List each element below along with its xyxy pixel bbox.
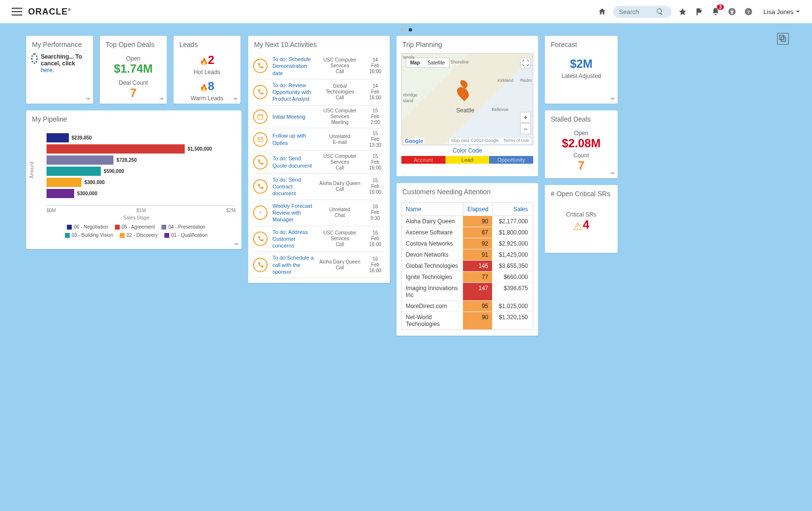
activity-row: To do:Schedule a call with the sponsorAl… — [253, 252, 385, 278]
activity-date: 16Feb16:00 — [366, 230, 385, 248]
page-dot[interactable] — [409, 28, 412, 31]
flag-icon[interactable] — [694, 6, 704, 17]
search-field[interactable] — [613, 6, 671, 18]
activity-meta: Global TechnologiesCall — [319, 83, 361, 101]
table-row[interactable]: Aloha Dairy Queen90$2,177,000 — [402, 216, 533, 227]
deal-count: 7 — [130, 86, 136, 100]
table-row[interactable]: Ignite Technolgies77$660,000 — [402, 272, 533, 283]
table-row[interactable]: Imaging Innovations Inc147$398,675 — [402, 283, 533, 301]
card-more-icon[interactable]: ➠ — [86, 95, 90, 102]
color-code-legend: Account Lead Opportunity — [401, 156, 533, 164]
activity-date: 14Feb16:00 — [366, 83, 385, 101]
notifications-icon[interactable]: 3 — [710, 6, 721, 17]
customers-table: Name Elapsed Sales Aloha Dairy Queen90$2… — [401, 202, 533, 330]
svg-rect-6 — [258, 115, 263, 119]
y-axis-label: Amount — [29, 162, 34, 178]
card-my-performance: My Performance Searching... To cancel, c… — [26, 36, 93, 104]
chart-bar[interactable]: $239,850 — [47, 133, 236, 143]
card-more-icon[interactable]: ➠ — [610, 170, 615, 176]
user-name: Lisa Jones — [764, 8, 794, 15]
activity-task-link[interactable]: Weekly Forecast Review with Manager — [272, 202, 314, 223]
phone-icon — [253, 258, 268, 272]
table-row[interactable]: Costova Networks92$2,925,000 — [402, 238, 533, 249]
legend-item[interactable]: 03 - Building Vision — [65, 232, 113, 238]
accessibility-icon[interactable] — [727, 6, 737, 17]
legend-item[interactable]: 04 - Presentation — [161, 224, 205, 230]
hamburger-menu-icon[interactable] — [12, 8, 22, 15]
activity-date: 15Feb16:00 — [366, 154, 385, 171]
activity-date: 15Feb16:00 — [366, 178, 385, 195]
table-row[interactable]: MoreDirect.com95$1,025,000 — [402, 301, 533, 312]
activity-meta: USC Computer ServicesCall — [319, 154, 361, 171]
activity-task-link[interactable]: To do: Review Opportunity with Product A… — [272, 82, 314, 103]
map[interactable]: Map Satellite ⛶ + − ianola nbridge sland… — [401, 53, 533, 145]
composer-toggle-icon[interactable] — [777, 33, 789, 45]
chart-bar[interactable]: $300,000 — [47, 188, 236, 199]
page-indicator[interactable] — [0, 23, 812, 36]
card-more-icon[interactable]: ➠ — [233, 95, 238, 102]
phone-icon — [253, 232, 268, 246]
forecast-value: $2M — [570, 57, 593, 71]
chart-bar[interactable]: $590,000 — [47, 166, 236, 176]
critical-sr-count: 4 — [583, 218, 589, 231]
activity-task-link[interactable]: To do: Address Customer concerns — [272, 229, 314, 249]
cancel-search-link[interactable]: here — [41, 67, 52, 74]
oracle-logo: ORACLE® — [28, 7, 71, 17]
favorites-icon[interactable] — [677, 6, 688, 17]
card-title: Stalled Deals — [545, 110, 597, 128]
page-dot[interactable] — [400, 28, 404, 31]
dashboard-board: My Performance Searching... To cancel, c… — [0, 36, 812, 355]
activity-task-link[interactable]: Follow up with Opties — [272, 132, 314, 146]
warning-icon: ⚠ — [573, 220, 583, 232]
table-row[interactable]: Devon Networks91$1,425,000 — [402, 249, 533, 261]
help-icon[interactable]: ? — [743, 6, 754, 17]
phone-icon — [253, 85, 268, 99]
legend-item[interactable]: 02 - Discovery — [120, 232, 158, 238]
table-row[interactable]: Axcense Software67$1,800,000 — [402, 227, 533, 238]
activity-row: To do: Send Contract documentAloha Dairy… — [253, 174, 385, 200]
search-input[interactable] — [618, 8, 652, 16]
terms-link[interactable]: Terms of Use — [502, 138, 530, 143]
home-icon[interactable] — [597, 6, 607, 17]
activity-row: To do: Review Opportunity with Product A… — [253, 79, 385, 106]
table-row[interactable]: Global Technologies145$3,655,350 — [402, 261, 533, 272]
question-icon: ? — [253, 205, 268, 220]
activity-task-link[interactable]: To do: Schedule Demonstration date — [272, 56, 314, 77]
chart-bar[interactable]: $380,000 — [47, 177, 236, 187]
activity-date: 15Feb2:00 — [366, 108, 385, 125]
col-header-name[interactable]: Name — [402, 203, 463, 216]
performance-loading: Searching... To cancel, click here. — [26, 53, 93, 83]
activity-task-link[interactable]: To do:Schedule a call with the sponsor — [272, 254, 314, 275]
activity-task-link[interactable]: To do: Send Quote document — [272, 155, 314, 169]
col-header-elapsed[interactable]: Elapsed — [463, 203, 492, 216]
legend-item[interactable]: 01 - Qualification — [164, 232, 207, 238]
activity-row: To do: Schedule Demonstration dateUSC Co… — [253, 53, 385, 79]
user-menu[interactable]: Lisa Jones — [764, 8, 800, 15]
flame-icon: 🔥 — [200, 58, 208, 65]
activity-date: 15Feb13:30 — [366, 131, 385, 148]
card-title: Forecast — [545, 36, 583, 53]
card-more-icon[interactable]: ➠ — [159, 95, 164, 102]
card-more-icon[interactable]: ➠ — [610, 95, 615, 102]
activity-task-link[interactable]: Initial Meeting — [272, 113, 314, 120]
card-more-icon[interactable]: ➠ — [234, 241, 239, 247]
legend-item[interactable]: 05 - Agreement — [115, 224, 155, 230]
map-labels: ianola nbridge sland Shoreline Seattle K… — [402, 54, 533, 145]
card-open-critical-srs: # Open Critical SRs Critical SRs ⚠4 — [545, 185, 618, 253]
activity-date: 16Feb16:00 — [366, 256, 385, 274]
activity-date: 16Feb9:30 — [366, 204, 385, 221]
card-my-pipeline: My Pipeline Amount $239,850$1,500,000$72… — [26, 110, 241, 249]
flame-icon: 🔥 — [200, 84, 208, 92]
legend-item[interactable]: 06 - Negotiation — [67, 224, 108, 230]
table-row[interactable]: Net-World Technologies90$1,320,150 — [402, 312, 533, 329]
pipeline-chart: Amount $239,850$1,500,000$728,250$590,00… — [26, 128, 241, 238]
mail-icon — [253, 132, 268, 147]
activity-meta: UnrelatedChat — [319, 207, 361, 218]
chart-bar[interactable]: $1,500,000 — [47, 144, 236, 154]
activity-meta: Aloha Dairy QueenCall — [319, 181, 361, 192]
activity-task-link[interactable]: To do: Send Contract document — [272, 176, 314, 197]
activity-meta: USC Computer ServicesCall — [319, 230, 361, 248]
spinner-icon — [31, 53, 38, 64]
chart-bar[interactable]: $728,250 — [47, 155, 236, 165]
col-header-sales[interactable]: Sales — [492, 203, 533, 216]
